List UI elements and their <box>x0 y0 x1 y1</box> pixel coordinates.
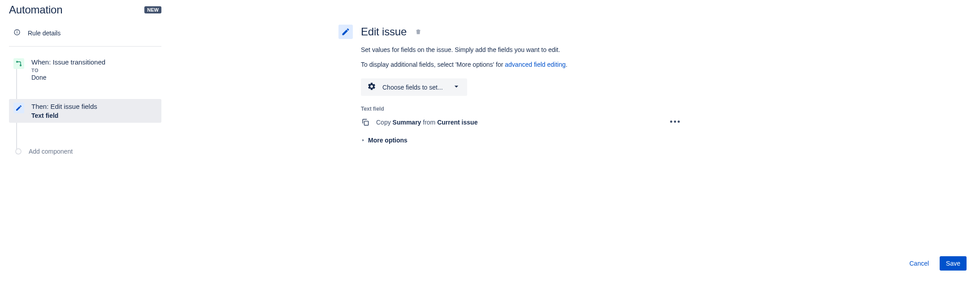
delete-button[interactable] <box>415 28 422 35</box>
rule-details-link[interactable]: Rule details <box>9 26 161 42</box>
cancel-button[interactable]: Cancel <box>903 256 935 271</box>
panel-description-2: To display additional fields, select 'Mo… <box>361 60 684 69</box>
trigger-step[interactable]: When: Issue transitioned TO Done <box>9 55 161 85</box>
svg-point-2 <box>17 31 17 31</box>
choose-fields-dropdown[interactable]: Choose fields to set... <box>361 78 467 96</box>
more-options-label: More options <box>368 137 408 144</box>
trigger-value: Done <box>31 74 157 81</box>
panel-title: Edit issue <box>361 26 407 38</box>
field-value-row[interactable]: Copy Summary from Current issue ••• <box>361 116 684 129</box>
action-detail: Text field <box>31 112 157 119</box>
advanced-field-editing-link[interactable]: advanced field editing <box>505 61 565 68</box>
divider <box>9 46 161 47</box>
more-options-toggle[interactable]: More options <box>361 137 684 144</box>
trigger-title: When: Issue transitioned <box>31 58 157 66</box>
field-section-label: Text field <box>361 106 684 112</box>
field-copy-description: Copy Summary from Current issue <box>376 119 661 126</box>
svg-rect-5 <box>364 121 369 125</box>
field-more-actions[interactable]: ••• <box>667 117 684 127</box>
panel-description-1: Set values for fields on the issue. Simp… <box>361 45 684 55</box>
transition-icon <box>13 58 24 69</box>
rule-details-label: Rule details <box>28 30 61 37</box>
trigger-meta-label: TO <box>31 68 157 73</box>
pencil-icon <box>338 25 353 39</box>
new-badge: NEW <box>144 6 161 13</box>
copy-icon <box>361 118 370 127</box>
page-title: Automation <box>9 4 62 16</box>
gear-icon <box>367 82 376 92</box>
field-picker-label: Choose fields to set... <box>382 84 443 91</box>
action-title: Then: Edit issue fields <box>31 103 157 110</box>
add-component-button[interactable]: Add component <box>9 144 161 159</box>
chevron-right-icon <box>361 137 365 144</box>
action-step[interactable]: Then: Edit issue fields Text field <box>9 99 161 123</box>
info-icon <box>13 29 21 37</box>
save-button[interactable]: Save <box>940 256 967 271</box>
chevron-down-icon <box>452 82 461 92</box>
pencil-icon <box>13 103 24 113</box>
add-component-label: Add component <box>29 148 73 155</box>
add-marker-icon <box>15 148 22 155</box>
